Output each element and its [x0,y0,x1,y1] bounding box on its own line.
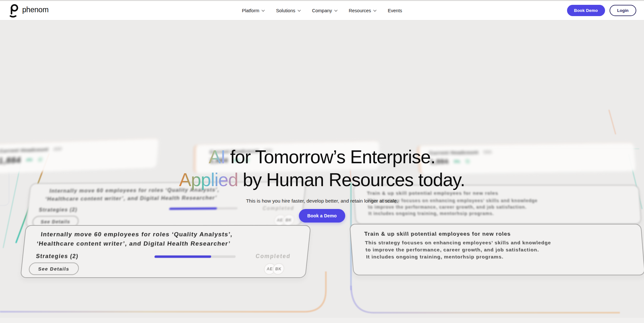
hero-title-highlight-ai: AI [209,147,225,167]
hero-title-rest: by Human Resources today. [238,169,465,190]
nav-item-company[interactable]: Company [312,8,336,13]
bottom-strip [0,318,644,323]
strategy-body: This strategy focuses on enhancing emplo… [365,239,553,261]
strategy-title: Train & up skill potential employees for… [364,231,511,237]
strategies-label: Strategies (2) [39,207,78,213]
hero-title-line2: Applied by Human Resources today. [0,171,644,189]
see-details-button: See Details [28,262,80,275]
hero-title-rest: for Tomorrow’s Enterprise. [225,147,435,167]
top-nav-bar: phenom Platform Solutions Company Resour… [0,1,644,20]
hero-book-demo-button[interactable]: Book a Demo [299,209,345,223]
avatar-group: AEBK [263,263,285,275]
avatar-group: AEBK [273,214,295,226]
strategy-body-line: to improve the performance, career growt… [368,204,538,211]
chevron-down-icon [334,8,337,12]
strategy-body-line: It includes ongoing training, mentorhsip… [368,211,539,217]
nav-item-label: Resources [349,8,371,13]
strategy-train-card: Train & up skill potential employees for… [349,224,644,275]
phenom-logo[interactable]: phenom [8,4,49,18]
strategy-text: Internally move 60 employees for roles ‘… [41,231,233,238]
nav-item-platform[interactable]: Platform [242,8,264,13]
nav-item-label: Solutions [276,8,295,13]
login-button[interactable]: Login [610,5,636,16]
phenom-logo-icon [8,4,19,18]
main-nav: Platform Solutions Company Resources Eve… [242,8,402,13]
nav-item-events[interactable]: Events [388,8,402,13]
strategy-text: ‘Healthcare content writer’, and Digital… [36,240,231,247]
progress-bar [154,255,236,258]
brand-name: phenom [22,5,49,14]
nav-actions: Book Demo Login [567,5,636,16]
hero-title-line1: AI for Tomorrow’s Enterprise. [0,148,644,166]
nav-item-solutions[interactable]: Solutions [276,8,300,13]
progress-bar-fill [154,255,211,258]
strategy-body-line: This strategy focuses on enhancing emplo… [365,239,551,246]
chevron-down-icon [298,8,301,12]
chevron-down-icon [261,8,265,12]
hero-title-highlight-applied: Applied [179,169,238,190]
status-label: Completed [262,205,295,211]
hero-section: Current Headcount 1,8844%↑ Current Headc… [0,20,644,323]
strategy-train-card: Train & up skill potential employees for… [353,185,642,224]
strategy-move-card: Internally move 60 employees for roles ‘… [20,225,311,278]
strategy-body-line: It includes ongoing training, mentorhsip… [366,253,552,261]
nav-item-resources[interactable]: Resources [349,8,375,13]
hero-subtitle: This is how you hire faster, develop bet… [0,198,644,204]
book-demo-button[interactable]: Book Demo [567,5,605,16]
strategy-title: Train & up skill potential employees for… [367,190,498,196]
nav-item-label: Events [388,8,402,13]
strategies-label: Strategies (2) [36,253,79,260]
nav-item-label: Company [312,8,332,13]
status-label: Completed [255,253,291,260]
chevron-down-icon [373,8,376,12]
progress-bar-fill [169,207,217,210]
progress-bar [169,207,238,210]
strategy-body-line: to improve the performance, career growt… [365,246,552,253]
nav-item-label: Platform [242,8,259,13]
